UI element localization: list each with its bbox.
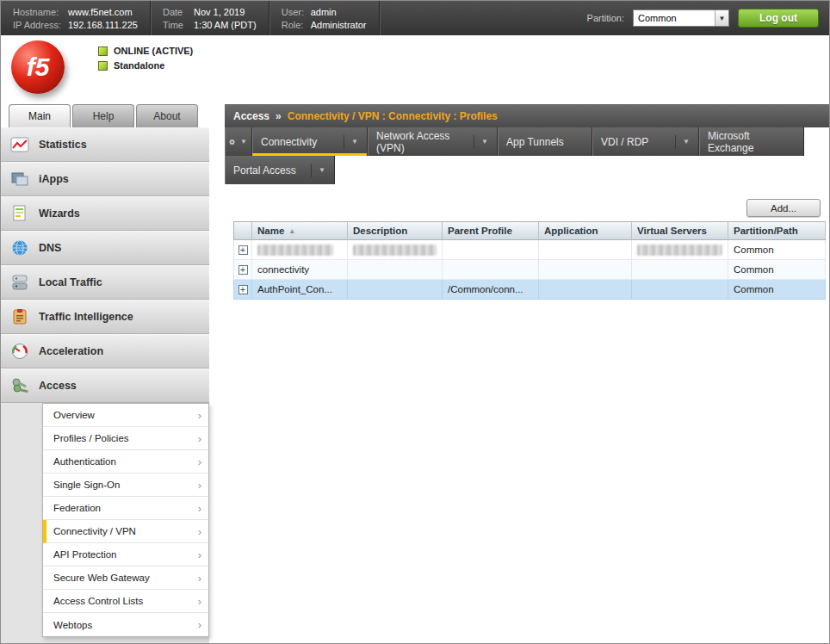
access-submenu: Overview › Profiles / Policies › Authent… [42,403,209,637]
tab-about[interactable]: About [136,104,198,127]
partition-select[interactable]: Common ▼ [633,9,729,27]
ip-value: 192.168.111.225 [68,20,138,30]
column-header-expand [233,221,252,240]
user-label: User: [282,7,311,17]
submenu-item-overview[interactable]: Overview › [43,404,208,427]
top-bar: Hostname:www.f5net.com IP Address:192.16… [1,1,829,35]
expand-row-button[interactable]: + [238,245,248,255]
redacted-text [637,245,722,256]
partition-value: Common [634,13,715,23]
local-traffic-icon [10,274,29,291]
cell-parent-profile [443,240,539,260]
submenu-item-access-control-lists[interactable]: Access Control Lists › [43,590,208,613]
access-keys-icon [10,377,29,394]
column-header-application[interactable]: Application [539,221,632,240]
sidebar-item-acceleration[interactable]: Acceleration [1,334,209,368]
chevron-right-icon: › [198,618,201,631]
tab-microsoft-exchange[interactable]: Microsoft Exchange [699,127,804,156]
add-button[interactable]: Add... [746,199,821,217]
tab-portal-access[interactable]: Portal Access ▼ [225,156,335,184]
sidebar-item-iapps[interactable]: iApps [1,162,209,196]
tab-help[interactable]: Help [72,104,134,127]
cell-application [539,260,632,280]
chevron-right-icon: › [198,572,201,585]
breadcrumb: Access » Connectivity / VPN : Connectivi… [225,104,829,127]
chevron-down-icon: ▼ [715,10,728,26]
branding-area: f5 ONLINE (ACTIVE) Standalone [1,35,829,104]
sidebar-item-wizards[interactable]: Wizards [1,196,209,231]
cell-parent-profile [443,260,539,280]
time-value: 1:30 AM (PDT) [194,20,257,30]
content-tabs-row2: Portal Access ▼ [225,156,335,184]
breadcrumb-separator: » [276,110,282,122]
options-gear-button[interactable]: ▼ [225,127,252,156]
chevron-right-icon: › [198,548,201,561]
role-label: Role: [282,20,311,30]
logout-button[interactable]: Log out [738,9,819,28]
chevron-right-icon: › [198,432,201,445]
main-nav-tabs: Main Help About [9,104,198,127]
expand-row-button[interactable]: + [238,285,248,294]
chevron-right-icon: › [198,479,201,492]
column-header-name[interactable]: Name ▲ [252,221,348,240]
sort-ascending-icon: ▲ [288,227,295,235]
redacted-text [257,245,333,256]
dns-globe-icon [10,239,29,257]
column-header-virtual-servers[interactable]: Virtual Servers [632,221,728,240]
submenu-item-connectivity-vpn[interactable]: Connectivity / VPN › [43,520,208,543]
online-status-label: ONLINE (ACTIVE) [114,46,193,56]
cell-partition: Common [728,280,826,300]
submenu-item-profiles-policies[interactable]: Profiles / Policies › [43,427,208,450]
submenu-item-single-sign-on[interactable]: Single Sign-On › [43,474,208,497]
submenu-item-webtops[interactable]: Webtops › [43,613,208,636]
tab-network-access-vpn[interactable]: Network Access (VPN) ▼ [368,127,498,156]
sidebar-item-dns[interactable]: DNS [1,231,209,265]
submenu-item-secure-web-gateway[interactable]: Secure Web Gateway › [43,567,208,590]
column-header-partition-path[interactable]: Partition/Path [728,221,826,240]
time-label: Time [163,20,194,30]
traffic-intelligence-icon [10,308,29,325]
expand-row-button[interactable]: + [238,265,248,275]
chevron-down-icon: ▼ [238,135,247,149]
chevron-right-icon: › [198,595,201,608]
partition-label: Partition: [587,13,624,23]
f5-logo: f5 [11,40,65,94]
cell-description [348,280,443,300]
tab-app-tunnels[interactable]: App Tunnels [498,127,592,156]
hostname-value: www.f5net.com [68,7,133,17]
user-section: User:admin Role:Administrator [269,1,380,35]
submenu-item-api-protection[interactable]: API Protection › [43,543,208,567]
cell-partition: Common [728,240,826,260]
cell-name [252,240,348,260]
chevron-down-icon: ▼ [675,135,690,149]
role-value: Administrator [311,20,367,30]
column-header-description[interactable]: Description [348,221,443,240]
tab-vdi-rdp[interactable]: VDI / RDP ▼ [592,127,699,156]
topbar-right: Partition: Common ▼ Log out [587,1,829,35]
sidebar-item-local-traffic[interactable]: Local Traffic [1,265,209,300]
acceleration-gauge-icon [10,343,29,360]
submenu-item-authentication[interactable]: Authentication › [43,450,208,474]
status-area: ONLINE (ACTIVE) Standalone [98,46,193,71]
sidebar-item-access[interactable]: Access [1,368,209,403]
submenu-item-federation[interactable]: Federation › [43,497,208,520]
cell-virtual-servers [632,260,728,280]
chevron-right-icon: › [198,525,201,538]
online-status-icon [98,46,108,56]
iapps-icon [10,170,29,188]
sidebar-item-traffic-intelligence[interactable]: Traffic Intelligence [1,300,209,334]
wizards-icon [10,205,29,222]
user-value: admin [311,7,337,17]
sidebar-item-statistics[interactable]: Statistics [1,127,209,162]
statistics-icon [10,136,29,153]
column-header-parent-profile[interactable]: Parent Profile [443,221,539,240]
f5-admin-window: Hostname:www.f5net.com IP Address:192.16… [0,0,830,644]
tab-main[interactable]: Main [9,104,71,127]
cell-name: AuthPoint_Con... [252,280,348,300]
date-label: Date [163,7,194,17]
cell-partition: Common [728,260,826,280]
breadcrumb-section: Access [233,110,269,122]
cell-virtual-servers [632,240,728,260]
sidebar: Statistics iApps Wizards DNS Local Traff… [1,127,209,643]
tab-connectivity[interactable]: Connectivity ▼ [252,127,368,156]
